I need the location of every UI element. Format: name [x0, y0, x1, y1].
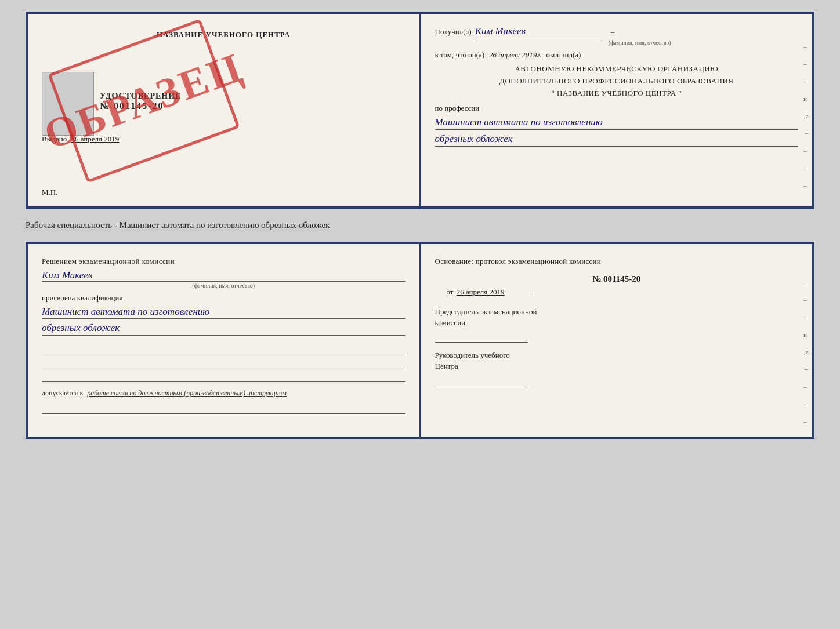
vydano-prefix: Выдано: [42, 134, 67, 143]
vydano-date: 26 апреля 2019: [71, 134, 120, 143]
org-block: АВТОНОМНУЮ НЕКОММЕРЧЕСКУЮ ОРГАНИЗАЦИЮ ДО…: [435, 63, 799, 99]
rukovoditel-sig-line: [435, 375, 528, 386]
reshen-name: Ким Макеев: [42, 270, 405, 282]
profession-line1-bottom: Машинист автомата по изготовлению: [42, 305, 405, 319]
komissii-label: комиссии: [435, 317, 799, 329]
vtom-prefix: в том, что он(а): [435, 50, 485, 60]
poluchil-label: Получил(а): [435, 27, 472, 37]
rukovoditel-block: Руководитель учебного Центра: [435, 350, 799, 386]
profession-line1-top: Машинист автомата по изготовлению: [435, 115, 799, 130]
photo-placeholder: [42, 72, 94, 136]
predsedatel-block: Председатель экзаменационной комиссии: [435, 306, 799, 343]
dopusk-text: работе согласно должностным (производств…: [87, 389, 287, 397]
protocol-number: № 001145-20: [435, 274, 799, 284]
po-professii: по профессии: [435, 104, 799, 113]
vtom-line: в том, что он(а) 26 апреля 2019г. окончи…: [435, 50, 799, 60]
top-doc-left: НАЗВАНИЕ УЧЕБНОГО ЦЕНТРА ОБРАЗЕЦ УДОСТОВ…: [28, 14, 419, 206]
org-line1: АВТОНОМНУЮ НЕКОММЕРЧЕСКУЮ ОРГАНИЗАЦИЮ: [435, 63, 799, 75]
okончил-label: окончил(а): [546, 50, 581, 60]
dopuskaetsya-block: допускается к работе согласно должностны…: [42, 389, 405, 398]
predsedatel-label: Председатель экзаменационной: [435, 306, 799, 318]
bottom-ul-group: [42, 340, 405, 382]
vtom-date: 26 апреля 2019г.: [489, 50, 541, 60]
dash-right: –: [530, 288, 534, 296]
fio-hint-top: (фамилия, имя, отчество): [481, 39, 799, 46]
vydano-line: Выдано 26 апреля 2019: [42, 134, 405, 144]
profession-line2-bottom: обрезных обложек: [42, 321, 405, 336]
ul-line-3: [42, 368, 405, 382]
dash1: –: [611, 27, 615, 37]
school-name-top: НАЗВАНИЕ УЧЕБНОГО ЦЕНТРА: [42, 30, 405, 39]
protocol-date: от 26 апреля 2019 –: [447, 288, 799, 297]
caption-line: Рабочая специальность - Машинист автомат…: [26, 218, 330, 232]
documents-wrapper: НАЗВАНИЕ УЧЕБНОГО ЦЕНТРА ОБРАЗЕЦ УДОСТОВ…: [26, 12, 814, 439]
predsedatel-sig-line: [435, 331, 528, 343]
fio-hint-bottom: (фамилия, имя, отчество): [42, 282, 405, 289]
side-marks-bottom: – – – и ‚а ← – – –: [803, 279, 810, 425]
udostoverenie-block: УДОСТОВЕРЕНИЕ № 001145-20: [100, 92, 405, 111]
top-doc-right: Получил(а) Ким Макеев – (фамилия, имя, о…: [421, 14, 813, 206]
recipient-name: Ким Макеев: [475, 26, 603, 38]
bottom-doc-right: Основание: протокол экзаменационной коми…: [421, 244, 813, 437]
poluchil-group: Получил(а) Ким Макеев –: [435, 26, 799, 38]
rukovoditel-label: Руководитель учебного: [435, 350, 799, 361]
org-line2: ДОПОЛНИТЕЛЬНОГО ПРОФЕССИОНАЛЬНОГО ОБРАЗО…: [435, 75, 799, 88]
bottom-doc-left: Решением экзаменационной комиссии Ким Ма…: [28, 244, 421, 437]
osnovanie-title: Основание: протокол экзаменационной коми…: [435, 256, 799, 267]
mp-label: М.П.: [42, 188, 57, 197]
udost-title: УДОСТОВЕРЕНИЕ: [100, 92, 405, 101]
protocol-date-prefix: от: [447, 288, 454, 296]
org-line3: " НАЗВАНИЕ УЧЕБНОГО ЦЕНТРА ": [435, 88, 799, 100]
tsentra-label: Центра: [435, 361, 799, 372]
profession-line2-top: обрезных обложек: [435, 132, 799, 147]
prisv-label: присвоена квалификация: [42, 293, 405, 303]
dopusk-prefix: допускается к: [42, 389, 83, 397]
reshen-title: Решением экзаменационной комиссии: [42, 256, 405, 267]
udost-number: № 001145-20: [100, 101, 405, 111]
side-marks-top: – – – и ‚а ← – – –: [803, 43, 810, 189]
protocol-date-value: 26 апреля 2019: [457, 288, 505, 296]
top-document: НАЗВАНИЕ УЧЕБНОГО ЦЕНТРА ОБРАЗЕЦ УДОСТОВ…: [26, 12, 814, 209]
bottom-document: Решением экзаменационной комиссии Ким Ма…: [26, 242, 814, 439]
ul-line-1: [42, 340, 405, 354]
ul-line-dopusk: [42, 400, 405, 414]
ul-line-2: [42, 354, 405, 368]
